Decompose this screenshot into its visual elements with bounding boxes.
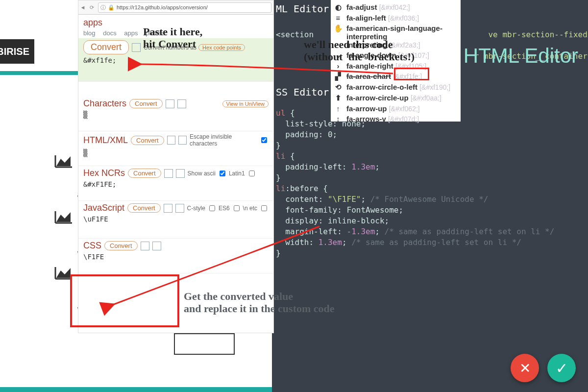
escape-invisible-checkbox[interactable] — [261, 137, 267, 143]
show-ascii-checkbox[interactable] — [220, 171, 225, 176]
icon-row[interactable]: ⬆fa-arrow-circle-up [&#xf0aa;] — [334, 94, 458, 102]
view-uniview-button[interactable]: View in UniView — [222, 100, 269, 107]
crumb-docs[interactable]: docs — [103, 29, 116, 37]
area-chart-icon — [54, 154, 74, 169]
newline-checkbox[interactable] — [261, 205, 267, 211]
highlight-css-output-box — [70, 274, 179, 327]
convert-button[interactable]: Convert — [127, 203, 161, 213]
icon-row[interactable]: ◐fa-adjust [&#xf042;] — [334, 3, 458, 12]
icon-row[interactable]: ⟲fa-arrow-circle-o-left [&#xf190;] — [334, 83, 458, 92]
doc-icon[interactable] — [178, 136, 187, 145]
copy-icon[interactable] — [132, 43, 141, 52]
hex-ncrs-section: Hex NCRs Convert Show ascii Latin1 &#xF1… — [78, 166, 273, 201]
arrow-up-icon: ↑ — [334, 104, 343, 113]
icon-row[interactable]: ↑fa-arrow-up [&#xf062;] — [334, 104, 458, 113]
copy-icon[interactable] — [167, 136, 175, 145]
convert-button[interactable]: Convert — [128, 169, 161, 178]
convert-button[interactable]: Convert — [129, 99, 163, 108]
doc-icon[interactable] — [175, 204, 184, 213]
es6-checkbox[interactable] — [234, 205, 240, 211]
copy-icon[interactable] — [141, 242, 149, 250]
convert-button[interactable]: Convert — [104, 241, 138, 250]
align-left-icon: ≡ — [334, 14, 343, 22]
convert-input[interactable]: &#xf1fe; — [83, 56, 269, 67]
angle-right-icon: › — [334, 62, 343, 70]
section-title: JavaScript — [83, 203, 124, 213]
arrows-v-icon: ↕ — [334, 115, 343, 123]
svg-marker-1 — [56, 212, 71, 222]
crumb-apps[interactable]: apps — [124, 29, 138, 37]
highlight-code-box — [394, 68, 429, 80]
characters-output[interactable]: ▒ — [83, 111, 269, 122]
javascript-section: JavaScript Convert C-style ES6 \n etc \u… — [78, 201, 273, 239]
copy-icon[interactable] — [164, 169, 173, 178]
lock-icon: 🔒 — [108, 4, 115, 11]
html-xml-section: HTML/XML Convert Escape invisible charac… — [78, 131, 273, 166]
svg-marker-2 — [56, 268, 71, 278]
doc-icon[interactable] — [176, 169, 185, 178]
info-icon: ⓘ — [100, 4, 106, 11]
section-title: HTML/XML — [83, 135, 128, 146]
preview-outline — [174, 333, 235, 355]
copy-icon[interactable] — [164, 204, 172, 213]
html-output[interactable]: ▒ — [83, 149, 269, 160]
teal-divider — [0, 71, 83, 75]
css-section: CSS Convert \F1FE — [78, 239, 273, 273]
css-code[interactable]: ul { list-style: none; padding: 0; } li … — [276, 108, 588, 259]
hex-code-points-pill[interactable]: Hex code points — [198, 44, 245, 51]
doc-icon[interactable] — [177, 99, 186, 108]
back-icon[interactable]: ◄ — [78, 4, 87, 10]
arrow-circle-left-icon: ⟲ — [334, 83, 343, 92]
css-output[interactable]: \F1FE — [83, 253, 269, 264]
url-field[interactable]: ⓘ 🔒 https://r12a.github.io/apps/conversi… — [98, 2, 271, 13]
url-text: https://r12a.github.io/apps/conversion/ — [117, 4, 208, 10]
icon-row[interactable]: ↕fa-arrows-v [&#xf07d;] — [334, 115, 458, 123]
js-output[interactable]: \uF1FE — [83, 215, 269, 226]
annotation-replace: Get the converted value and replace it i… — [184, 290, 335, 315]
section-title: Hex NCRs — [83, 168, 125, 178]
latin1-checkbox[interactable] — [249, 171, 255, 176]
html-editor-title: HTML Editor — [464, 44, 578, 68]
arrow-circle-up-icon: ⬆ — [334, 94, 343, 102]
area-chart-icon: ▞ — [334, 72, 343, 81]
reload-icon[interactable]: ⟳ — [87, 4, 96, 11]
annotation-paste: Paste it here, hit Convert — [143, 25, 202, 50]
cancel-button[interactable]: ✕ — [511, 354, 539, 382]
annotation-need-code: we'll need this code (without the bracke… — [304, 38, 415, 63]
convert-button[interactable]: Convert — [83, 40, 129, 54]
confirm-button[interactable]: ✓ — [547, 354, 576, 382]
asl-icon: ✋ — [334, 24, 343, 33]
section-title: CSS — [83, 241, 101, 251]
svg-marker-0 — [56, 156, 71, 166]
cstyle-checkbox[interactable] — [209, 205, 215, 211]
address-bar: ◄ ⟳ ⓘ 🔒 https://r12a.github.io/apps/conv… — [78, 0, 273, 15]
doc-icon[interactable] — [152, 242, 161, 250]
brand-bar: BIRISE — [0, 39, 34, 64]
icon-row[interactable]: ≡fa-align-left [&#xf036;] — [334, 14, 458, 22]
adjust-icon: ◐ — [334, 3, 343, 12]
copy-icon[interactable] — [166, 99, 174, 108]
characters-section: Characters Convert View in UniView ▒ — [78, 97, 273, 131]
section-title: Characters — [83, 98, 126, 109]
hex-output[interactable]: &#xF1FE; — [83, 180, 269, 191]
convert-button[interactable]: Convert — [131, 136, 164, 145]
crumb-blog[interactable]: blog — [83, 29, 96, 37]
area-chart-icon — [54, 210, 74, 224]
